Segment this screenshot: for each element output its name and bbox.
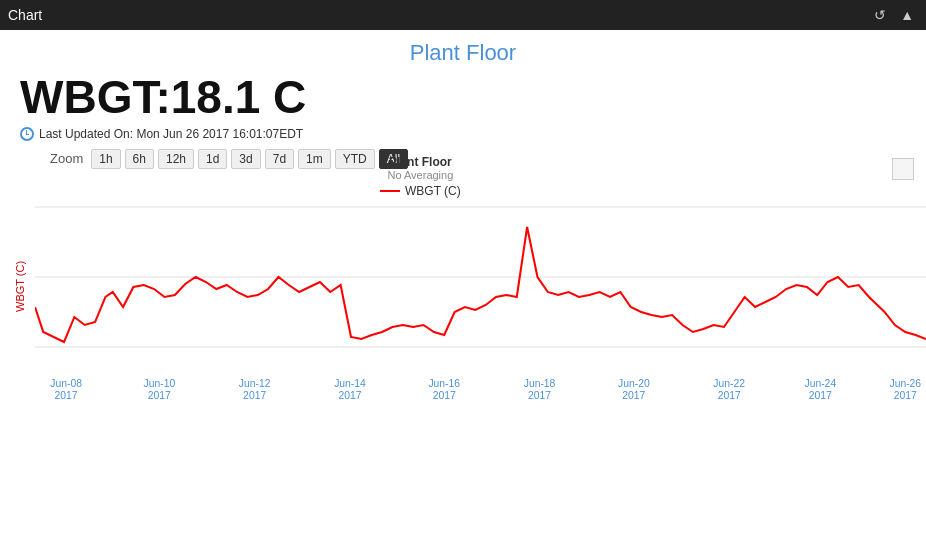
main-content: Plant Floor WBGT:18.1 C Last Updated On:… [0, 30, 926, 141]
refresh-button[interactable]: ↺ [870, 7, 890, 23]
chart-svg: 25 20 15 Jun-08 2017 Jun-10 2017 Jun-12 … [35, 177, 926, 407]
zoom-btn-1h[interactable]: 1h [91, 149, 120, 169]
zoom-label: Zoom [50, 151, 83, 166]
chart-line [35, 227, 926, 342]
chart-container: WBGT (C) 25 20 15 Jun-08 2017 Jun-10 201… [0, 177, 926, 407]
y-axis-label: WBGT (C) [14, 272, 26, 312]
zoom-btn-1d[interactable]: 1d [198, 149, 227, 169]
zoom-btn-3d[interactable]: 3d [231, 149, 260, 169]
zoom-bar: Zoom 1h6h12h1d3d7d1mYTDAll [50, 149, 926, 169]
svg-text:2017: 2017 [338, 390, 361, 401]
svg-text:2017: 2017 [55, 390, 78, 401]
svg-text:Jun-16: Jun-16 [428, 378, 460, 389]
page-heading: Plant Floor [16, 40, 910, 66]
metric-value: WBGT:18.1 C [20, 72, 910, 123]
last-updated-text: Last Updated On: Mon Jun 26 2017 16:01:0… [39, 127, 303, 141]
chart-svg-wrap: 25 20 15 Jun-08 2017 Jun-10 2017 Jun-12 … [35, 177, 926, 407]
svg-text:2017: 2017 [528, 390, 551, 401]
svg-text:Jun-14: Jun-14 [334, 378, 366, 389]
svg-text:Jun-18: Jun-18 [524, 378, 556, 389]
svg-text:Jun-20: Jun-20 [618, 378, 650, 389]
svg-text:2017: 2017 [718, 390, 741, 401]
zoom-btn-7d[interactable]: 7d [265, 149, 294, 169]
svg-text:Jun-26: Jun-26 [889, 378, 921, 389]
legend-title: Plant Floor [380, 155, 461, 169]
collapse-button[interactable]: ▲ [896, 7, 918, 23]
last-updated: Last Updated On: Mon Jun 26 2017 16:01:0… [20, 127, 910, 141]
metric-number: 18.1 C [171, 71, 307, 123]
zoom-btn-1m[interactable]: 1m [298, 149, 331, 169]
svg-text:2017: 2017 [148, 390, 171, 401]
svg-text:2017: 2017 [622, 390, 645, 401]
svg-text:2017: 2017 [809, 390, 832, 401]
svg-text:2017: 2017 [433, 390, 456, 401]
metric-label: WBGT: [20, 71, 171, 123]
titlebar: Chart ↺ ▲ [0, 0, 926, 30]
clock-icon [20, 127, 34, 141]
svg-text:Jun-08: Jun-08 [50, 378, 82, 389]
svg-text:2017: 2017 [243, 390, 266, 401]
titlebar-controls: ↺ ▲ [870, 7, 918, 23]
svg-text:Jun-12: Jun-12 [239, 378, 271, 389]
titlebar-title: Chart [8, 7, 42, 23]
svg-text:2017: 2017 [894, 390, 917, 401]
svg-text:Jun-22: Jun-22 [713, 378, 745, 389]
svg-text:Jun-10: Jun-10 [143, 378, 175, 389]
zoom-btn-ytd[interactable]: YTD [335, 149, 375, 169]
zoom-btn-6h[interactable]: 6h [125, 149, 154, 169]
zoom-btn-12h[interactable]: 12h [158, 149, 194, 169]
svg-text:Jun-24: Jun-24 [804, 378, 836, 389]
